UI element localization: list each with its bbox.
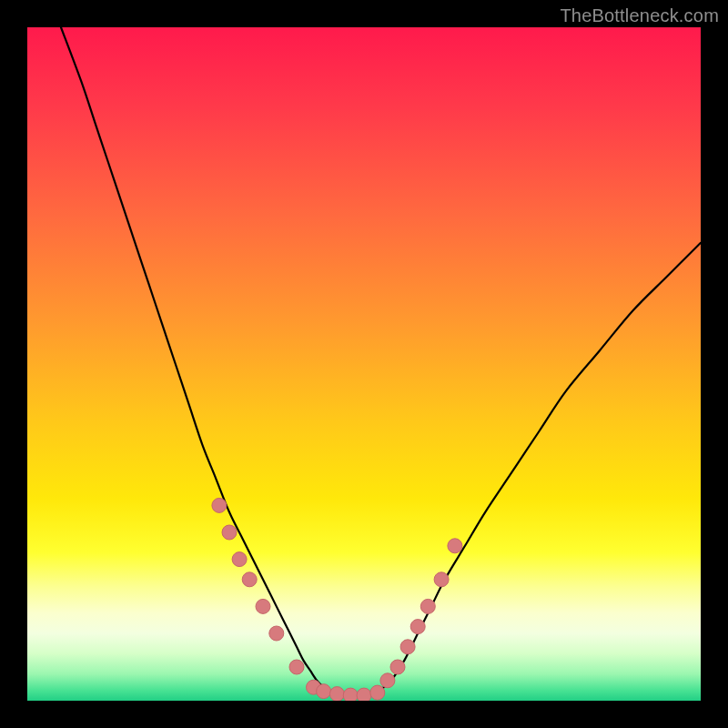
data-dot (256, 599, 270, 613)
data-dot (212, 498, 227, 512)
data-dot (420, 599, 435, 613)
data-dot (242, 572, 257, 587)
watermark-text: TheBottleneck.com (560, 5, 719, 26)
data-dot (232, 552, 247, 567)
data-dot (390, 660, 405, 674)
data-dot (400, 640, 415, 654)
bottleneck-curve (61, 27, 701, 696)
data-dot (343, 688, 358, 701)
data-dot (329, 687, 344, 701)
data-dots (212, 498, 462, 701)
data-dot (434, 572, 449, 587)
data-dot (222, 525, 237, 540)
data-dot (448, 539, 462, 553)
data-dot (370, 685, 385, 700)
data-dot (269, 626, 284, 641)
data-dot (357, 688, 371, 701)
data-dot (380, 673, 395, 688)
curve-layer (27, 27, 701, 701)
data-dot (289, 660, 304, 674)
data-dot (317, 684, 331, 699)
chart-stage: TheBottleneck.com (0, 0, 728, 728)
data-dot (410, 620, 425, 634)
plot-area (27, 27, 701, 701)
